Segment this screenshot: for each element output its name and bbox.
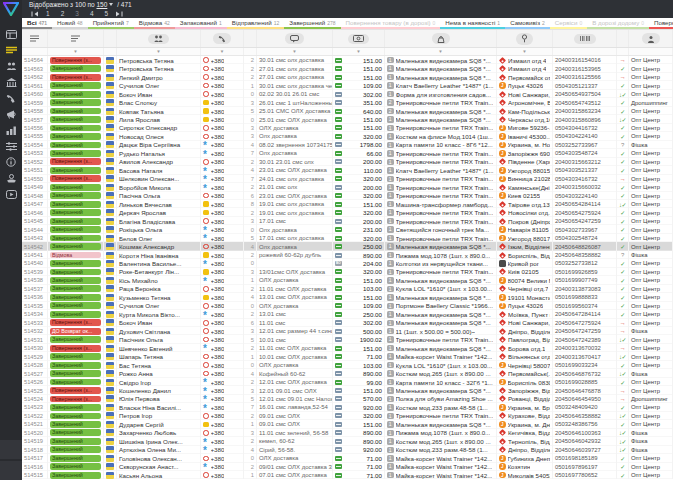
column-header-count[interactable] — [244, 30, 257, 47]
table-row[interactable]: 514546ЗавершенийДеркач Ярослав+380219.01… — [22, 208, 673, 216]
table-row[interactable]: 514516ЗавершенийСкворунская Анаст...+380… — [22, 463, 673, 471]
last-page-button[interactable] — [115, 11, 123, 17]
sidebar-item-customers[interactable] — [2, 58, 20, 74]
column-header-phone[interactable] — [201, 30, 244, 47]
tab-Всі[interactable]: Всі471 — [22, 18, 52, 29]
page-number[interactable]: 4 — [90, 9, 94, 18]
table-row[interactable]: 514561ЗавершенийСучилов Олег+380130.01 с… — [22, 81, 673, 89]
filter-status[interactable]: ▼ — [48, 48, 104, 55]
tab-Нема в наявності[interactable]: Нема в наявності1 — [440, 18, 505, 29]
table-row[interactable]: 514556ЗавершенийСиротюк Олександр+3803ОЛ… — [22, 124, 673, 132]
filter-flag[interactable] — [104, 48, 117, 55]
table-row[interactable]: 514524Повернення (з...Юлія Первова+38051… — [22, 395, 673, 403]
tab-Запакований[interactable]: Запакований1 — [175, 18, 227, 29]
column-header-name[interactable] — [117, 30, 201, 47]
column-header-city[interactable] — [497, 30, 553, 47]
filter-source[interactable] — [629, 48, 673, 55]
table-row[interactable]: 514559ЗавершенийВлас Слотюу+380326.01 см… — [22, 98, 673, 106]
tab-Завершений[interactable]: Завершений278 — [284, 18, 340, 29]
table-row[interactable]: 514547ЗавершенийЛиньков Вячеслав+380819.… — [22, 200, 673, 208]
sidebar-item-tutorials[interactable] — [2, 186, 20, 202]
table-row[interactable]: 514554ЗавершенийДацюк Віра Сергіївна+380… — [22, 141, 673, 149]
table-row[interactable]: 514515ЗавершенийКасьян Альона+380107.01 … — [22, 471, 673, 479]
column-header-id[interactable] — [22, 30, 48, 47]
sidebar-item-statistics[interactable] — [2, 122, 20, 138]
table-row[interactable]: 514532ДО Возврат ок...Духович Світлана+3… — [22, 327, 673, 335]
column-header-payment[interactable] — [333, 30, 385, 47]
filter-check[interactable] — [617, 48, 629, 55]
filter-city[interactable]: ▼ — [497, 48, 553, 55]
column-header-comment[interactable] — [257, 30, 333, 47]
table-row[interactable]: 514525Повернення (з...Кошеленко Данил+38… — [22, 386, 673, 394]
page-number[interactable]: 5 — [105, 9, 109, 18]
table-row[interactable]: 514527ЗавершенийРожко Анна+3804Кофейный … — [22, 369, 673, 377]
table-row[interactable]: 514529ЗавершенийШапарь Тетяна+380110.01 … — [22, 352, 673, 360]
sidebar-item-marketing[interactable] — [2, 106, 20, 122]
filter-name[interactable]: ▼ — [117, 48, 201, 55]
tab-Прийнятий[interactable]: Прийнятий7 — [88, 18, 134, 29]
table-row[interactable]: 514557ЗавершенийЛила Ярослав+380025.01 с… — [22, 115, 673, 123]
table-row[interactable]: 514534ЗавершенийКурта Микола Вікто...+38… — [22, 310, 673, 318]
table-row[interactable]: 514545ЗавершенийБлагіна Владіслава+38031… — [22, 217, 673, 225]
table-row[interactable]: 514562Повернення (з...Лепкий Дмитро+3802… — [22, 73, 673, 81]
table-row[interactable]: 514530Повернення (з...Шевченко Евгений+3… — [22, 344, 673, 352]
table-row[interactable]: 514552Повернення (з...Авилов Александр+3… — [22, 158, 673, 166]
filter-count[interactable] — [244, 48, 257, 55]
table-row[interactable]: 514520ЗавершенийЗахарченко Любовь+380311… — [22, 429, 673, 437]
page-number[interactable]: 1 — [46, 9, 50, 18]
tab-Повернення товару (в дорозі)[interactable]: Повернення товару (в дорозі)0 — [341, 18, 441, 29]
table-row[interactable]: 514538ЗавершенийКісь Михайло+3801ОЛХ дос… — [22, 276, 673, 284]
table-row[interactable]: 514536ЗавершенийКузьменко Тетяна+380413.… — [22, 293, 673, 301]
table-row[interactable]: 514539ЗавершенийРоке-Бетанкурт Лін...+38… — [22, 268, 673, 276]
page-number[interactable]: 3 — [75, 9, 79, 18]
filter-ttn[interactable] — [553, 48, 617, 55]
table-row[interactable]: 514533Повернення (з...Бокоч Иван+380611.… — [22, 319, 673, 327]
table-row[interactable]: 514553ЗавершенийРудько Наталья+3807Олх д… — [22, 149, 673, 157]
table-row[interactable]: 514521ЗавершенийДударев Сергій+380109.01… — [22, 420, 673, 428]
column-header-source[interactable] — [629, 30, 673, 47]
filter-id[interactable] — [22, 48, 48, 55]
column-header-flag[interactable] — [104, 30, 117, 47]
tab-В дорозі додому[interactable]: В дорозі додому0 — [587, 18, 649, 29]
sidebar-item-orders[interactable] — [2, 42, 20, 58]
table-row[interactable]: 514560ЗавершенийБокоч Иван+380002.02 30.… — [22, 90, 673, 98]
sidebar-item-company[interactable] — [2, 74, 20, 90]
table-row[interactable]: 514523ЗавершенийВласюк Ніна Василі...+38… — [22, 403, 673, 411]
column-header-check[interactable] — [617, 30, 629, 47]
sidebar-item-payments[interactable] — [2, 170, 20, 186]
table-row[interactable]: 514543ЗавершенийБелов Олег+380517.01 смс… — [22, 234, 673, 242]
tab-Сервіси[interactable]: Сервіси0 — [550, 18, 587, 29]
app-logo[interactable] — [3, 2, 19, 20]
column-header-status[interactable] — [48, 30, 104, 47]
table-row[interactable]: 514518ЗавершенийАртюхіна Олена Ми...+380… — [22, 446, 673, 454]
table-row[interactable]: 514541ВідмоваКоротя Ніна Іванівна+3802ро… — [22, 251, 673, 259]
table-row[interactable]: 514522ЗавершенийПетров Ігор+380209.01 см… — [22, 412, 673, 420]
sidebar-item-settings[interactable] — [2, 138, 20, 154]
table-row[interactable]: 514517ЗавершенийГоловінова Олексан...+38… — [22, 454, 673, 462]
column-header-product[interactable] — [385, 30, 497, 47]
tab-Новий[interactable]: Новий48 — [52, 18, 88, 29]
table-row[interactable]: 514526ЗавершенийСвідро Ігор+380212.01 см… — [22, 378, 673, 386]
filter-phone[interactable]: ▼ — [201, 48, 244, 55]
table-row[interactable]: 514542ЗавершенийКошмак Александр+3804Олх… — [22, 242, 673, 250]
filter-comment[interactable]: ▼ — [257, 48, 333, 55]
sidebar-item-telephony[interactable] — [2, 90, 20, 106]
table-row[interactable]: 514564Повернення (з...Петровська Тетяна+… — [22, 56, 673, 64]
tab-Відправлений[interactable]: Відправлений12 — [227, 18, 284, 29]
table-row[interactable]: 514535ЗавершенийСучилов Олег+3800ОЛХ дос… — [22, 302, 673, 310]
tab-Самовивіз[interactable]: Самовивіз2 — [505, 18, 550, 29]
table-row[interactable]: 514550Повернення (з...Шелковин Олексан..… — [22, 175, 673, 183]
table-row[interactable]: 514544ЗавершенийРокіцька Ольга+3800Олх д… — [22, 225, 673, 233]
page-size-select[interactable]: 150 — [97, 1, 116, 8]
table-row[interactable]: 514563ЗавершенийПетровська Тетяна+380227… — [22, 64, 673, 72]
table-row[interactable]: 514551ЗавершенийБасова Наталя+380423.01 … — [22, 166, 673, 174]
tab-Відмова[interactable]: Відмова42 — [134, 18, 175, 29]
table-row[interactable]: 514540ЗавершенийВалентина Василье...+380… — [22, 259, 673, 267]
filter-product[interactable]: ▼ — [385, 48, 497, 55]
sidebar-item-dashboard[interactable] — [2, 26, 20, 42]
table-row[interactable]: 514519ЗавершенийШишкіна Ірина Олек...+38… — [22, 437, 673, 445]
table-row[interactable]: 514548ЗавершенийПасічна Ольга+380623.01 … — [22, 192, 673, 200]
table-row[interactable]: 514528ЗавершенийБас Тетяна+3800ОЛХ доста… — [22, 361, 673, 369]
first-page-button[interactable] — [31, 11, 39, 17]
table-row[interactable]: 514549ЗавершенийВоробйов Микола+380221.0… — [22, 183, 673, 191]
